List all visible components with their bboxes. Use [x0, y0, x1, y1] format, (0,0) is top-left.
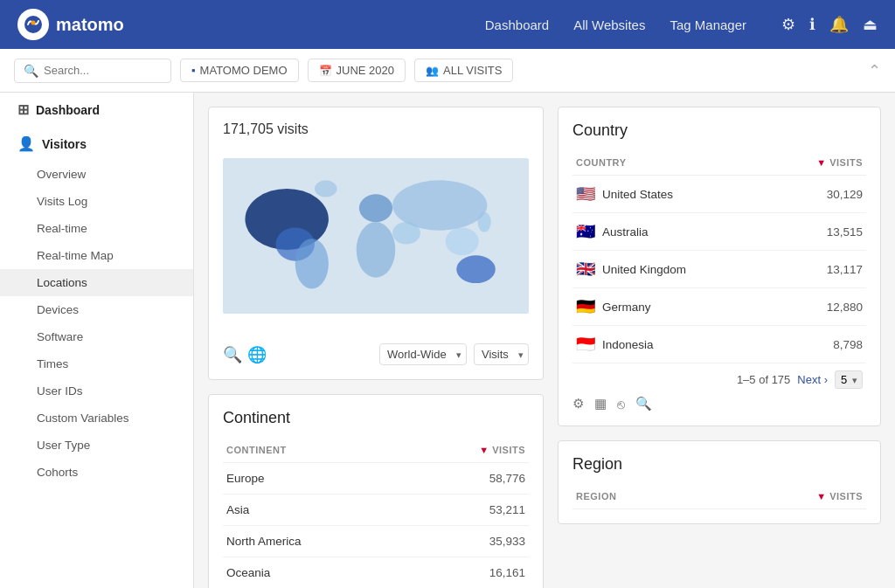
country-flag: 🇦🇺	[576, 222, 595, 241]
map-dropdowns: World-Wide Visits	[379, 343, 529, 365]
country-flag: 🇩🇪	[576, 297, 595, 316]
date-selector-button[interactable]: 📅 JUNE 2020	[308, 59, 406, 82]
svg-point-11	[456, 255, 496, 283]
sidebar-item-devices[interactable]: Devices	[0, 296, 193, 323]
country-visits: 13,515	[774, 213, 866, 251]
country-flag: 🇬🇧	[576, 259, 595, 279]
segment-selector-button[interactable]: 👥 ALL VISITS	[414, 59, 513, 82]
search-input[interactable]	[44, 64, 162, 77]
continent-visits: 35,933	[408, 526, 529, 557]
map-card: 171,705 visits	[208, 107, 544, 380]
sidebar-item-software[interactable]: Software	[0, 323, 193, 350]
segment-icon: 👥	[426, 65, 439, 77]
continent-visits: 58,776	[408, 463, 529, 495]
country-visits: 8,798	[774, 326, 866, 363]
logout-icon[interactable]: ⏏	[863, 15, 878, 34]
continent-name: Asia	[223, 495, 408, 526]
region-visits-header: ▼ VISITS	[711, 484, 866, 509]
region-col-header: REGION	[572, 484, 711, 509]
nav-dashboard[interactable]: Dashboard	[485, 17, 549, 32]
sidebar-item-times[interactable]: Times	[0, 350, 193, 377]
sidebar-section-visitors[interactable]: 👤 Visitors	[0, 127, 193, 161]
sidebar: ⊞ Dashboard 👤 Visitors Overview Visits L…	[0, 93, 194, 588]
table-row: North America 35,933	[223, 526, 529, 557]
sidebar-item-real-time[interactable]: Real-time	[0, 215, 193, 242]
continent-name: North America	[223, 526, 408, 557]
gear-icon[interactable]: ⚙	[781, 15, 795, 34]
site-name-label: MATOMO DEMO	[200, 64, 288, 77]
collapse-icon[interactable]: ⌃	[868, 61, 881, 80]
page-size-select-wrap: 5	[835, 370, 863, 389]
logo-icon	[17, 9, 49, 40]
sidebar-item-real-time-map[interactable]: Real-time Map	[0, 242, 193, 269]
continent-col-header: CONTINENT	[223, 438, 408, 463]
top-navigation: matomo Dashboard All Websites Tag Manage…	[0, 0, 895, 49]
sidebar-item-user-ids[interactable]: User IDs	[0, 377, 193, 405]
continent-visits: 53,211	[408, 495, 529, 526]
region-table: REGION ▼ VISITS	[572, 484, 866, 509]
country-visits: 30,129	[774, 176, 866, 213]
continent-name: Oceania	[223, 557, 408, 589]
country-name: 🇺🇸 United States	[572, 176, 774, 213]
sidebar-item-locations[interactable]: Locations	[0, 269, 193, 296]
map-controls: 🔍 🌐 World-Wide Visits	[223, 343, 529, 365]
info-icon[interactable]: ℹ	[809, 15, 815, 34]
sidebar-visitors-label: Visitors	[42, 137, 87, 151]
calendar-icon: 📅	[319, 65, 332, 77]
continent-title: Continent	[223, 409, 529, 427]
svg-point-6	[359, 194, 392, 222]
table-row: 🇬🇧 United Kingdom 13,117	[572, 251, 866, 288]
sidebar-section-dashboard[interactable]: ⊞ Dashboard	[0, 93, 193, 127]
share-icon[interactable]: ⎋	[617, 397, 625, 412]
country-visits-sort-icon: ▼	[816, 157, 826, 168]
bell-icon[interactable]: 🔔	[829, 15, 849, 34]
logo[interactable]: matomo	[17, 9, 124, 40]
table-icon[interactable]: ▦	[594, 396, 607, 412]
metric-select[interactable]: Visits	[474, 343, 529, 365]
country-visits: 13,117	[774, 251, 866, 288]
sidebar-dashboard-label: Dashboard	[36, 103, 100, 117]
search-box[interactable]: 🔍	[14, 59, 171, 83]
pagination-count: 1–5 of 175	[737, 373, 790, 386]
grid-icon: ⊞	[17, 101, 29, 118]
sidebar-item-overview[interactable]: Overview	[0, 161, 193, 188]
date-label: JUNE 2020	[336, 64, 394, 77]
country-title: Country	[572, 121, 866, 140]
topnav-icons: ⚙ ℹ 🔔 ⏏	[781, 15, 878, 34]
svg-point-7	[357, 222, 396, 278]
country-name-label: Australia	[602, 225, 649, 239]
country-name: 🇩🇪 Germany	[572, 288, 774, 326]
country-visits: 12,880	[774, 288, 866, 326]
country-name-label: Indonesia	[602, 338, 654, 351]
country-visits-header: ▼ VISITS	[774, 150, 866, 176]
content-left: 171,705 visits	[208, 107, 544, 574]
sidebar-item-cohorts[interactable]: Cohorts	[0, 459, 193, 486]
logo-text: matomo	[56, 15, 124, 35]
table-row: 🇺🇸 United States 30,129	[572, 176, 866, 213]
continent-visits: 16,161	[408, 557, 529, 589]
settings-icon[interactable]: ⚙	[572, 396, 584, 412]
country-name: 🇮🇩 Indonesia	[572, 326, 774, 363]
map-zoom: 🔍 🌐	[223, 345, 267, 364]
segment-label: ALL VISITS	[443, 64, 502, 77]
visits-sort-icon: ▼	[479, 445, 489, 455]
page-size-select[interactable]: 5	[835, 370, 863, 389]
globe-icon[interactable]: 🌐	[247, 345, 267, 364]
nav-all-websites[interactable]: All Websites	[573, 17, 645, 32]
region-card: Region REGION ▼ VISITS	[558, 440, 881, 524]
country-name: 🇦🇺 Australia	[572, 213, 774, 251]
nav-tag-manager[interactable]: Tag Manager	[670, 17, 746, 32]
sidebar-item-visits-log[interactable]: Visits Log	[0, 188, 193, 215]
search-data-icon[interactable]: 🔍	[635, 396, 652, 412]
country-name-label: United Kingdom	[602, 263, 686, 276]
svg-point-5	[295, 239, 329, 288]
zoom-in-icon[interactable]: 🔍	[223, 345, 242, 364]
continent-table: CONTINENT ▼ VISITS Europe 58,776 Asia 53…	[223, 438, 529, 588]
country-flag: 🇺🇸	[576, 184, 595, 204]
region-title: Region	[572, 455, 866, 474]
sidebar-item-user-type[interactable]: User Type	[0, 432, 193, 459]
sidebar-item-custom-variables[interactable]: Custom Variables	[0, 405, 193, 432]
site-selector-button[interactable]: ▪ MATOMO DEMO	[180, 59, 299, 82]
pagination-next[interactable]: Next ›	[797, 373, 828, 386]
region-select[interactable]: World-Wide	[379, 343, 467, 365]
